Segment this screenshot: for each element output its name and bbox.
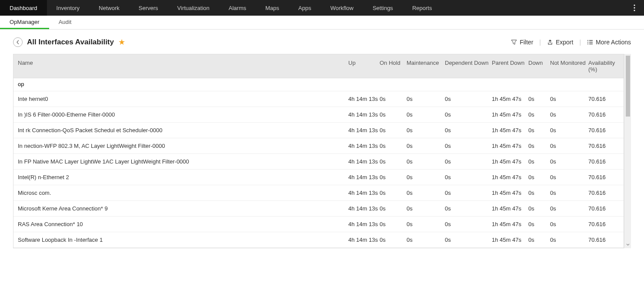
cell-up: 4h 14m 13s bbox=[348, 205, 380, 212]
scrollbar-down-arrow[interactable] bbox=[624, 241, 631, 248]
favorite-star-icon[interactable]: ★ bbox=[118, 37, 125, 47]
separator: | bbox=[539, 39, 541, 46]
table-body: Inte hernet04h 14m 13s0s0s0s1h 45m 47s0s… bbox=[13, 91, 624, 248]
svg-rect-4 bbox=[589, 40, 593, 40]
filter-label: Filter bbox=[520, 39, 533, 46]
interfaces-table: Name Up On Hold Maintenance Dependent Do… bbox=[13, 54, 624, 248]
cell-not-monitored: 0s bbox=[550, 96, 588, 102]
cell-parent-down: 1h 45m 47s bbox=[492, 237, 528, 243]
cell-parent-down: 1h 45m 47s bbox=[492, 205, 528, 212]
svg-rect-8 bbox=[589, 43, 593, 44]
cell-parent-down: 1h 45m 47s bbox=[492, 143, 528, 149]
cell-down: 0s bbox=[528, 174, 550, 180]
cell-dependent-down: 0s bbox=[445, 143, 492, 149]
column-header-not-monitored[interactable]: Not Monitored bbox=[550, 60, 588, 73]
cell-maintenance: 0s bbox=[407, 190, 445, 196]
table-row[interactable]: In )IS 6 Filter-0000-Etherne Filter-0000… bbox=[13, 107, 624, 123]
cell-onhold: 0s bbox=[380, 158, 407, 165]
cell-dependent-down: 0s bbox=[445, 158, 492, 165]
cell-parent-down: 1h 45m 47s bbox=[492, 158, 528, 165]
cell-onhold: 0s bbox=[380, 111, 407, 118]
scrollbar-thumb[interactable] bbox=[626, 56, 630, 117]
top-nav-item-settings[interactable]: Settings bbox=[363, 0, 403, 16]
top-nav-item-virtualization[interactable]: Virtualization bbox=[168, 0, 219, 16]
top-nav-item-maps[interactable]: Maps bbox=[256, 0, 289, 16]
column-header-availability[interactable]: Availability (%) bbox=[588, 60, 619, 73]
top-nav-item-reports[interactable]: Reports bbox=[403, 0, 442, 16]
cell-availability: 70.616 bbox=[588, 237, 619, 243]
table-row[interactable]: RAS Area Connection* 104h 14m 13s0s0s0s1… bbox=[13, 217, 624, 232]
cell-up: 4h 14m 13s bbox=[348, 190, 380, 196]
cell-maintenance: 0s bbox=[407, 158, 445, 165]
cell-up: 4h 14m 13s bbox=[348, 111, 380, 118]
cell-parent-down: 1h 45m 47s bbox=[492, 190, 528, 196]
column-header-dependent-down[interactable]: Dependent Down bbox=[445, 60, 492, 73]
cell-availability: 70.616 bbox=[588, 205, 619, 212]
table-row[interactable]: Inte hernet04h 14m 13s0s0s0s1h 45m 47s0s… bbox=[13, 91, 624, 107]
column-header-name[interactable]: Name bbox=[18, 60, 348, 73]
top-nav-item-network[interactable]: Network bbox=[89, 0, 129, 16]
top-nav-item-inventory[interactable]: Inventory bbox=[47, 0, 89, 16]
table-row[interactable]: Int rk Connection-QoS Packet Schedul et … bbox=[13, 123, 624, 138]
cell-onhold: 0s bbox=[380, 174, 407, 180]
cell-name: Microsc com. bbox=[18, 190, 348, 196]
cell-onhold: 0s bbox=[380, 143, 407, 149]
svg-point-7 bbox=[587, 43, 588, 44]
cell-not-monitored: 0s bbox=[550, 143, 588, 149]
cell-dependent-down: 0s bbox=[445, 190, 492, 196]
page-header: All Interfaces Availability ★ Filter | E… bbox=[0, 30, 644, 54]
more-actions-label: More Actions bbox=[596, 39, 631, 46]
cell-name: Microsoft Kerne Area Connection* 9 bbox=[18, 205, 348, 212]
cell-up: 4h 14m 13s bbox=[348, 158, 380, 165]
cell-onhold: 0s bbox=[380, 190, 407, 196]
cell-not-monitored: 0s bbox=[550, 174, 588, 180]
cell-availability: 70.616 bbox=[588, 221, 619, 227]
cell-down: 0s bbox=[528, 237, 550, 243]
cell-not-monitored: 0s bbox=[550, 205, 588, 212]
top-nav-item-servers[interactable]: Servers bbox=[129, 0, 168, 16]
more-menu-icon[interactable] bbox=[629, 0, 640, 16]
export-button[interactable]: Export bbox=[547, 39, 573, 46]
table-row[interactable]: Microsc com.4h 14m 13s0s0s0s1h 45m 47s0s… bbox=[13, 185, 624, 201]
table-row[interactable]: Software Loopback In -Interface 14h 14m … bbox=[13, 232, 624, 248]
column-header-up[interactable]: Up bbox=[348, 60, 380, 73]
vertical-scrollbar[interactable] bbox=[624, 54, 631, 248]
cell-up: 4h 14m 13s bbox=[348, 127, 380, 133]
cell-availability: 70.616 bbox=[588, 158, 619, 165]
sub-nav-item-audit[interactable]: Audit bbox=[49, 16, 81, 29]
cell-name: In nection-WFP 802.3 M, AC Layer LightWe… bbox=[18, 143, 348, 149]
cell-parent-down: 1h 45m 47s bbox=[492, 111, 528, 118]
column-header-down[interactable]: Down bbox=[528, 60, 550, 73]
cell-maintenance: 0s bbox=[407, 221, 445, 227]
cell-not-monitored: 0s bbox=[550, 237, 588, 243]
back-button[interactable] bbox=[13, 37, 23, 47]
top-nav-item-workflow[interactable]: Workflow bbox=[321, 0, 363, 16]
column-header-onhold[interactable]: On Hold bbox=[380, 60, 407, 73]
filter-button[interactable]: Filter bbox=[511, 39, 533, 46]
column-header-parent-down[interactable]: Parent Down bbox=[492, 60, 528, 73]
svg-point-2 bbox=[634, 10, 635, 11]
cell-name: Int rk Connection-QoS Packet Schedul et … bbox=[18, 127, 348, 133]
cell-name: Inte hernet0 bbox=[18, 96, 348, 102]
table-row[interactable]: Intel(R) n-Ethernet 24h 14m 13s0s0s0s1h … bbox=[13, 170, 624, 185]
top-nav: DashboardInventoryNetworkServersVirtuali… bbox=[0, 0, 644, 16]
cell-availability: 70.616 bbox=[588, 190, 619, 196]
top-nav-item-alarms[interactable]: Alarms bbox=[219, 0, 256, 16]
cell-name: RAS Area Connection* 10 bbox=[18, 221, 348, 227]
cell-parent-down: 1h 45m 47s bbox=[492, 96, 528, 102]
sub-nav-item-opmanager[interactable]: OpManager bbox=[0, 16, 49, 29]
top-nav-item-dashboard[interactable]: Dashboard bbox=[0, 0, 47, 16]
table-row[interactable]: Microsoft Kerne Area Connection* 94h 14m… bbox=[13, 201, 624, 217]
table-row[interactable]: In FP Native MAC Layer LightWe 1AC Layer… bbox=[13, 154, 624, 170]
column-header-maintenance[interactable]: Maintenance bbox=[407, 60, 445, 73]
more-actions-button[interactable]: More Actions bbox=[587, 39, 631, 46]
export-icon bbox=[547, 39, 553, 45]
table-header: Name Up On Hold Maintenance Dependent Do… bbox=[13, 54, 624, 78]
sub-nav: OpManagerAudit bbox=[0, 16, 644, 30]
export-label: Export bbox=[556, 39, 573, 46]
name-search-input[interactable] bbox=[18, 81, 344, 87]
table-row[interactable]: In nection-WFP 802.3 M, AC Layer LightWe… bbox=[13, 138, 624, 154]
cell-name: In FP Native MAC Layer LightWe 1AC Layer… bbox=[18, 158, 348, 165]
cell-name: Intel(R) n-Ethernet 2 bbox=[18, 174, 348, 180]
top-nav-item-apps[interactable]: Apps bbox=[289, 0, 321, 16]
